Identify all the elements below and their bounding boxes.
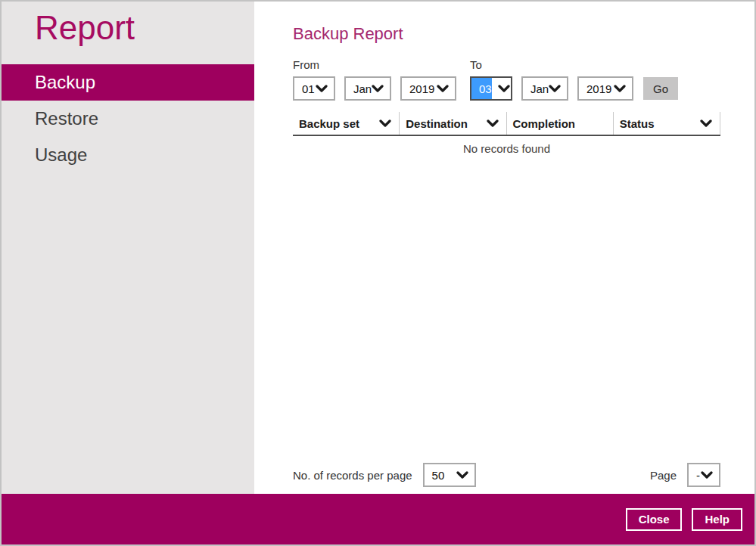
from-year-select[interactable]: 2019 [400,76,456,101]
go-wrap: Go [643,58,678,101]
to-day-value: 03 [471,78,492,99]
empty-state-message: No records found [293,136,720,161]
to-select-row: 03 Jan 2019 [470,76,633,101]
date-filters: From 01 Jan [293,58,720,101]
chevron-down-icon [372,85,384,92]
chevron-down-icon [437,85,449,92]
from-label: From [293,58,456,71]
from-month-select[interactable]: Jan [344,76,391,101]
records-per-page-value: 50 [432,469,456,482]
page-select[interactable]: - [687,463,720,487]
page-selector-group: Page - [650,463,720,487]
column-header-status[interactable]: Status [614,112,720,135]
records-per-page-label: No. of records per page [293,469,412,482]
from-group: From 01 Jan [293,58,456,101]
records-per-page-select[interactable]: 50 [423,463,476,487]
column-header-destination-label: Destination [406,117,468,130]
column-header-backup-set-label: Backup set [299,117,359,130]
from-day-select[interactable]: 01 [293,76,335,101]
main-panel: Backup Report From 01 Jan [254,2,754,494]
chevron-down-icon [492,85,516,92]
sidebar-item-usage[interactable]: Usage [2,137,254,173]
sidebar-item-usage-label: Usage [35,144,87,166]
sidebar-item-restore-label: Restore [35,108,98,129]
content-area: Report Backup Restore Usage Backup Repor… [2,2,754,494]
from-day-value: 01 [302,82,316,95]
to-group: To 03 Jan [470,58,633,101]
chevron-down-icon [614,85,626,92]
report-window: Report Backup Restore Usage Backup Repor… [0,0,756,546]
chevron-down-icon [456,471,468,479]
column-header-completion[interactable]: Completion [507,112,614,135]
to-year-value: 2019 [586,82,614,95]
to-month-select[interactable]: Jan [521,76,568,101]
chevron-down-icon [316,85,328,92]
from-select-row: 01 Jan 2019 [293,76,456,101]
go-button[interactable]: Go [643,77,678,100]
page-label: Page [650,469,677,482]
page-title: Backup Report [293,24,720,44]
pagination-bar: No. of records per page 50 Page - [293,463,720,487]
report-table: Backup set Destination Completion [293,112,720,161]
sidebar-item-backup[interactable]: Backup [2,64,254,101]
column-header-completion-label: Completion [513,117,576,130]
to-label: To [470,58,633,71]
from-year-value: 2019 [409,82,437,95]
to-year-select[interactable]: 2019 [577,76,633,101]
column-header-backup-set[interactable]: Backup set [293,112,400,135]
close-button[interactable]: Close [626,508,683,531]
chevron-down-icon [487,119,502,127]
chevron-down-icon [701,471,713,479]
from-month-value: Jan [353,82,372,95]
footer-bar: Close Help [2,494,754,544]
column-header-status-label: Status [620,117,655,130]
sidebar-title: Report [2,2,254,64]
to-month-value: Jan [530,82,549,95]
column-header-destination[interactable]: Destination [400,112,506,135]
table-header-row: Backup set Destination Completion [293,112,720,136]
to-day-select[interactable]: 03 [470,76,512,101]
sidebar-item-backup-label: Backup [35,72,95,93]
chevron-down-icon [379,119,394,127]
sidebar-item-restore[interactable]: Restore [2,101,254,137]
chevron-down-icon [549,85,561,92]
chevron-down-icon [700,119,715,127]
help-button[interactable]: Help [692,508,742,531]
sidebar: Report Backup Restore Usage [2,2,254,494]
